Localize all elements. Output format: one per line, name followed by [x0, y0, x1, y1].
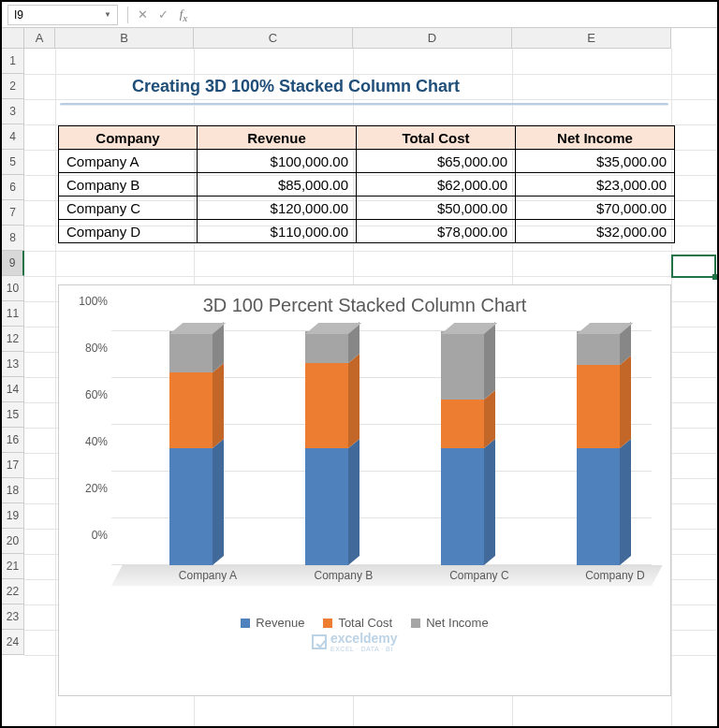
row-header-24[interactable]: 24	[2, 630, 24, 655]
row-header-16[interactable]: 16	[2, 428, 24, 453]
legend-item[interactable]: Total Cost	[323, 616, 392, 630]
chart-segment-revenue	[305, 448, 348, 565]
column-header-E[interactable]: E	[512, 28, 671, 49]
table-cell[interactable]: $78,000.00	[357, 220, 516, 243]
row-header-19[interactable]: 19	[2, 503, 24, 529]
table-cell[interactable]: $50,000.00	[357, 197, 516, 220]
row-header-8[interactable]: 8	[2, 226, 24, 251]
formula-bar: I9 ▼ ✕ ✓ fx	[2, 2, 717, 28]
y-tick-label: 40%	[85, 435, 108, 448]
column-headers: ABCDE	[24, 28, 671, 49]
x-tick-label: Company D	[573, 569, 657, 582]
table-cell[interactable]: $23,000.00	[516, 173, 675, 197]
chart-segment-revenue	[577, 448, 620, 565]
column-header-C[interactable]: C	[194, 28, 353, 49]
table-cell[interactable]: $120,000.00	[198, 197, 357, 220]
chart-segment-total-cost	[577, 365, 620, 448]
table-cell[interactable]: $70,000.00	[516, 197, 675, 220]
row-header-21[interactable]: 21	[2, 554, 24, 579]
column-header-D[interactable]: D	[353, 28, 512, 49]
table-cell[interactable]: $62,000.00	[357, 173, 516, 197]
row-header-13[interactable]: 13	[2, 352, 24, 377]
row-header-9[interactable]: 9	[2, 251, 24, 276]
table-cell[interactable]: $100,000.00	[198, 150, 357, 173]
chevron-down-icon[interactable]: ▼	[104, 10, 111, 19]
row-header-7[interactable]: 7	[2, 200, 24, 226]
table-cell[interactable]: $85,000.00	[198, 173, 357, 197]
table-row[interactable]: Company A$100,000.00$65,000.00$35,000.00	[59, 150, 675, 173]
table-header[interactable]: Revenue	[198, 126, 357, 150]
table-header[interactable]: Company	[59, 126, 198, 150]
table-header[interactable]: Total Cost	[357, 126, 516, 150]
name-box-value: I9	[14, 8, 23, 22]
chart-segment-net-income	[169, 331, 213, 372]
column-header-A[interactable]: A	[24, 28, 55, 49]
table-row[interactable]: Company D$110,000.00$78,000.00$32,000.00	[59, 220, 675, 243]
column-header-B[interactable]: B	[55, 28, 194, 49]
active-cell-indicator	[671, 255, 716, 278]
row-header-12[interactable]: 12	[2, 327, 24, 352]
row-headers: 123456789101112131415161718192021222324	[2, 49, 24, 655]
legend-label: Revenue	[256, 616, 304, 630]
row-header-1[interactable]: 1	[2, 49, 24, 74]
row-header-22[interactable]: 22	[2, 579, 24, 604]
confirm-icon[interactable]: ✓	[153, 7, 173, 22]
row-header-6[interactable]: 6	[2, 175, 24, 200]
table-cell[interactable]: $32,000.00	[516, 220, 675, 243]
chart-column[interactable]: Company B	[305, 331, 361, 565]
row-header-14[interactable]: 14	[2, 377, 24, 402]
legend-item[interactable]: Net Income	[411, 616, 488, 630]
table-cell[interactable]: $35,000.00	[516, 150, 675, 173]
table-cell[interactable]: Company D	[59, 220, 198, 243]
chart-segment-total-cost	[305, 363, 348, 448]
table-row[interactable]: Company C$120,000.00$50,000.00$70,000.00	[59, 197, 675, 220]
chart-column[interactable]: Company C	[441, 331, 497, 565]
row-header-3[interactable]: 3	[2, 99, 24, 124]
chart-segment-net-income	[305, 331, 348, 363]
title-underline	[60, 103, 668, 106]
worksheet[interactable]: Creating 3D 100% Stacked Column Chart Co…	[24, 49, 717, 655]
chart-plot-area: 0%20%40%60%80%100% Company ACompany BCom…	[111, 331, 652, 603]
fx-icon[interactable]: fx	[173, 7, 194, 23]
data-table[interactable]: CompanyRevenueTotal CostNet Income Compa…	[58, 125, 675, 243]
y-tick-label: 100%	[79, 295, 108, 308]
row-header-4[interactable]: 4	[2, 124, 24, 150]
table-row[interactable]: Company B$85,000.00$62,000.00$23,000.00	[59, 173, 675, 197]
chart-legend: RevenueTotal CostNet Income	[59, 616, 670, 631]
row-header-10[interactable]: 10	[2, 276, 24, 301]
row-header-20[interactable]: 20	[2, 529, 24, 554]
table-cell[interactable]: Company A	[59, 150, 198, 173]
name-box[interactable]: I9 ▼	[7, 5, 118, 25]
chart-container[interactable]: 3D 100 Percent Stacked Column Chart 0%20…	[58, 284, 671, 696]
watermark-tagline: EXCEL · DATA · BI	[330, 646, 398, 652]
table-cell[interactable]: Company C	[59, 197, 198, 220]
y-tick-label: 60%	[85, 388, 108, 401]
watermark-brand: exceldemy	[330, 631, 398, 646]
row-header-18[interactable]: 18	[2, 478, 24, 503]
table-cell[interactable]: $65,000.00	[357, 150, 516, 173]
legend-label: Net Income	[426, 616, 488, 630]
y-axis-labels: 0%20%40%60%80%100%	[66, 331, 108, 567]
cancel-icon[interactable]: ✕	[132, 7, 153, 22]
row-header-5[interactable]: 5	[2, 150, 24, 175]
watermark: exceldemy EXCEL · DATA · BI	[312, 631, 398, 652]
table-header[interactable]: Net Income	[516, 126, 675, 150]
chart-segment-net-income	[577, 331, 620, 365]
chart-segment-revenue	[169, 448, 213, 565]
row-header-23[interactable]: 23	[2, 604, 24, 630]
row-header-17[interactable]: 17	[2, 453, 24, 478]
formula-input[interactable]	[194, 5, 717, 25]
chart-column[interactable]: Company D	[577, 331, 633, 565]
chart-column[interactable]: Company A	[169, 331, 226, 565]
y-tick-label: 20%	[85, 482, 108, 495]
row-header-2[interactable]: 2	[2, 74, 24, 99]
select-all-corner[interactable]	[2, 28, 24, 49]
table-cell[interactable]: Company B	[59, 173, 198, 197]
legend-item[interactable]: Revenue	[241, 616, 304, 630]
page-title: Creating 3D 100% Stacked Column Chart	[132, 77, 460, 96]
row-header-11[interactable]: 11	[2, 301, 24, 327]
legend-swatch	[323, 619, 332, 628]
chart-segment-total-cost	[441, 400, 484, 448]
table-cell[interactable]: $110,000.00	[198, 220, 357, 243]
row-header-15[interactable]: 15	[2, 402, 24, 428]
